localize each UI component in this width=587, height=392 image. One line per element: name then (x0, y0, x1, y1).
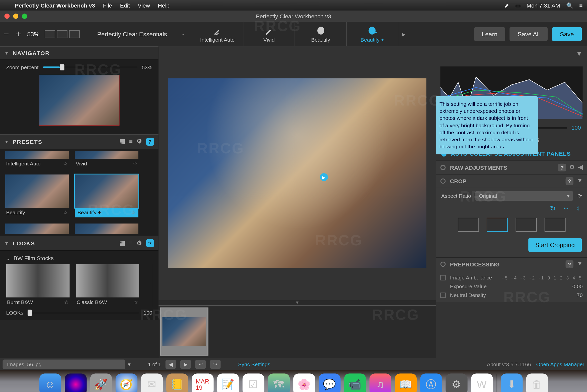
favorite-icon[interactable]: ☆ (133, 160, 137, 166)
view-dual-icon[interactable] (69, 30, 80, 38)
list-view-icon[interactable]: ≡ (129, 138, 133, 146)
section-preprocessing[interactable]: PREPROCESSING ?▼ (436, 257, 587, 271)
flip-vertical-icon[interactable]: ↕ (576, 204, 580, 213)
preset-beautify[interactable]: Beautify☆ (5, 174, 69, 217)
list-view-icon[interactable]: ≡ (129, 239, 133, 247)
dock-photos-icon[interactable]: 🌸 (293, 373, 315, 392)
chevron-down-icon[interactable]: ▾ (128, 361, 130, 367)
navigator-header[interactable]: ▼ NAVIGATOR (0, 46, 159, 60)
dock-ibooks-icon[interactable]: 📖 (395, 373, 416, 392)
collapse-icon[interactable]: ▼ (577, 260, 582, 268)
favorite-icon[interactable]: ☆ (63, 160, 68, 166)
help-icon[interactable]: ? (566, 260, 573, 268)
dock-trash-icon[interactable]: 🗑 (526, 373, 548, 392)
filename-field[interactable]: Images_56.jpg (3, 359, 125, 369)
help-icon[interactable]: ? (566, 177, 573, 185)
looks-header[interactable]: ▼ LOOKS ▦ ≡ ⚙ ? (0, 236, 159, 251)
start-cropping-button[interactable]: Start Cropping (528, 238, 582, 252)
navigator-thumbnail[interactable] (39, 75, 119, 125)
menu-edit[interactable]: Edit (120, 2, 130, 9)
dock-launchpad-icon[interactable]: 🚀 (90, 373, 112, 392)
tab-intelligent-auto[interactable]: HD Intelligent Auto (192, 22, 243, 46)
gear-icon[interactable]: ⚙ (569, 164, 575, 171)
dock-safari-icon[interactable]: 🧭 (115, 373, 137, 392)
dock-appstore-icon[interactable]: Ⓐ (420, 373, 442, 392)
dock-preferences-icon[interactable]: ⚙ (446, 373, 467, 392)
zoom-slider[interactable] (43, 66, 137, 68)
display-icon[interactable]: ▭ (515, 2, 521, 9)
dock-maps-icon[interactable]: 🗺 (268, 373, 289, 392)
zoom-in-button[interactable]: + (12, 28, 25, 40)
look-classic-bw[interactable]: Classic B&W☆ (76, 264, 139, 307)
zoom-out-button[interactable]: − (0, 28, 12, 40)
tab-vivid[interactable]: Vivid (243, 22, 295, 46)
tab-beautify[interactable]: Beautify (295, 22, 347, 46)
prev-image-button[interactable]: ◀ (166, 360, 176, 368)
section-raw-adjustments[interactable]: RAW ADJUSTMENTS ?⚙◀ (436, 160, 587, 174)
favorite-icon[interactable]: ☆ (64, 299, 69, 305)
presets-header[interactable]: ▼ PRESETS ▦ ≡ ⚙ ? (0, 134, 159, 149)
help-icon[interactable]: ? (146, 138, 154, 146)
redo-button[interactable]: ↷ (210, 360, 221, 368)
tab-beautify-plus[interactable]: + Beautify + (347, 22, 398, 46)
menu-view[interactable]: View (138, 2, 150, 9)
dock-itunes-icon[interactable]: ♫ (369, 373, 391, 392)
menu-file[interactable]: File (103, 2, 112, 9)
looks-group[interactable]: BW Film Stocks (14, 255, 54, 261)
dock-calendar-icon[interactable]: MAR19 (191, 373, 213, 392)
rotate-crop-icon[interactable]: ⟳ (577, 193, 582, 199)
grid-view-icon[interactable]: ▦ (119, 239, 125, 247)
look-burnt-bw[interactable]: Burnt B&W☆ (6, 264, 69, 307)
section-crop[interactable]: CROP ?▼ (436, 174, 587, 188)
dock-siri-icon[interactable] (64, 373, 86, 392)
panel-collapse-icon[interactable]: ▼ (576, 50, 583, 58)
preset-extra-row[interactable] (75, 224, 138, 234)
save-all-button[interactable]: Save All (510, 27, 548, 41)
sync-settings-link[interactable]: Sync Settings (238, 361, 270, 367)
dock-finder-icon[interactable]: ☺ (39, 373, 61, 392)
help-icon[interactable]: ? (558, 164, 566, 171)
clock[interactable]: Mon 7:31 AM (527, 2, 560, 9)
crop-grid-quads[interactable] (516, 218, 537, 232)
filmstrip-collapse-icon[interactable]: ▼ (159, 300, 436, 305)
filmstrip-thumbnail[interactable] (160, 308, 208, 356)
preset-vivid[interactable]: Vivid☆ (75, 151, 138, 168)
preproc-neutral-density[interactable]: Neutral Density 70 (440, 291, 582, 300)
learn-button[interactable]: Learn (474, 27, 505, 41)
chevron-down-icon[interactable]: ⌄ (6, 255, 11, 261)
preproc-image-ambulance[interactable]: Image Ambulance -5 -4 -3 -2 -1 0 1 2 3 4… (440, 273, 582, 282)
crop-grid-golden[interactable] (544, 218, 565, 232)
checkbox-icon[interactable] (440, 275, 446, 280)
image-canvas[interactable]: ▶ (159, 46, 436, 300)
flip-horizontal-icon[interactable]: ↔ (562, 204, 569, 213)
preset-dropdown[interactable]: Perfectly Clear Essentials ⌄ (97, 30, 185, 37)
gear-icon[interactable]: ⚙ (136, 138, 142, 146)
crop-grid-thirds[interactable] (487, 218, 508, 232)
collapse-icon[interactable]: ▼ (577, 177, 582, 185)
menu-help[interactable]: Help (158, 2, 170, 9)
dock-downloads-icon[interactable]: ⬇ (500, 373, 522, 392)
dock-reminders-icon[interactable]: ☑ (242, 373, 264, 392)
fullscreen-icon[interactable] (22, 14, 27, 19)
minimize-icon[interactable] (13, 14, 18, 19)
dock-messages-icon[interactable]: 💬 (318, 373, 340, 392)
app-menu[interactable]: Perfectly Clear Workbench v3 (15, 2, 95, 9)
dock-contacts-icon[interactable]: 📒 (166, 373, 188, 392)
view-split-icon[interactable] (57, 30, 67, 38)
gear-icon[interactable]: ⚙ (136, 239, 142, 247)
open-apps-manager-link[interactable]: Open Apps Manager (536, 361, 584, 367)
looks-slider[interactable] (28, 312, 139, 314)
view-single-icon[interactable] (45, 30, 55, 38)
cursor-icon[interactable]: ⬈ (504, 2, 509, 9)
next-image-button[interactable]: ▶ (180, 360, 191, 368)
preset-extra-row[interactable] (5, 224, 69, 234)
list-menu-icon[interactable]: ≡ (579, 2, 582, 9)
preset-intelligent-auto[interactable]: Intelligent Auto☆ (5, 151, 69, 168)
checkbox-icon[interactable] (440, 292, 446, 298)
dock-app-icon[interactable]: W (471, 373, 493, 392)
dock-notes-icon[interactable]: 📝 (217, 373, 239, 392)
crop-grid-none[interactable] (458, 218, 479, 232)
favorite-icon[interactable]: ☆ (63, 210, 68, 216)
grid-view-icon[interactable]: ▦ (119, 138, 125, 146)
dock-mail-icon[interactable]: ✉ (141, 373, 163, 392)
